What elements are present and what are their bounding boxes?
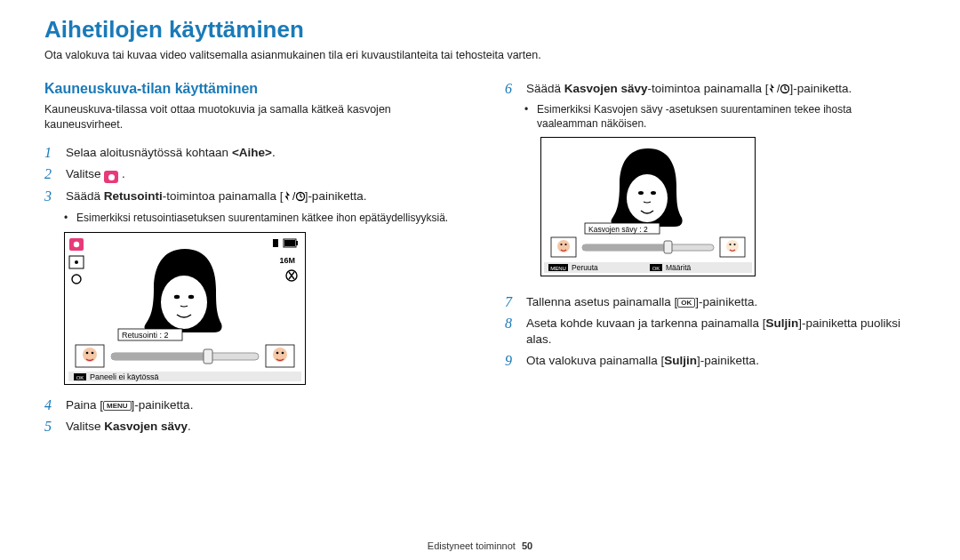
step-number: 9 [505,353,517,369]
svg-point-14 [174,295,180,299]
flash-timer-icon: / [284,190,305,203]
text: Aseta kohde kuvaan ja tarkenna painamall… [526,316,765,330]
bullet-text: Esimerkiksi Kasvojen sävy -asetuksen suu… [537,102,916,131]
step-text: Valitse Kasvojen sävy. [66,419,455,435]
lcd-preview-facetone: Kasvojen sävy : 2 [540,137,756,276]
step-text: Ota valokuva painamalla [Suljin]-painike… [526,353,916,369]
svg-text:Retusointi : 2: Retusointi : 2 [122,331,169,340]
footer-page: 50 [522,540,532,551]
svg-point-15 [188,295,194,299]
svg-point-5 [75,260,78,264]
svg-point-6 [72,275,81,284]
step-text: Paina [MENU]-painiketta. [66,397,455,413]
text: ]-painiketta. [132,398,194,412]
bullet-dot: • [524,102,532,131]
bold-text: Suljin [664,354,697,367]
svg-text:/: / [292,190,296,203]
svg-point-42 [560,243,562,244]
lcd-preview-retouch: 16M Retusointi : 2 [64,232,306,385]
bold-text: <Aihe> [232,146,272,159]
text: ]-painiketta. [789,82,852,95]
two-column-layout: Kauneuskuva-tilan käyttäminen Kauneuskuv… [44,81,916,440]
step-3-bullet: • Esimerkiksi retusointiasetuksen suuren… [44,211,455,225]
svg-text:Paneeli ei käytössä: Paneeli ei käytössä [90,372,159,381]
text: . [122,167,125,180]
bold-text: Suljin [765,316,798,330]
steps-left: 1 Selaa aloitusnäytössä kohtaan <Aihe>. … [44,145,455,436]
bold-text: Kasvojen sävy [564,82,648,95]
bullet-dot: • [64,211,71,225]
text: Selaa aloitusnäytössä kohtaan [66,146,232,159]
step-text: Aseta kohde kuvaan ja tarkenna painamall… [526,316,916,348]
step-text: Säädä Retusointi-toimintoa painamalla [/… [66,188,455,204]
step-8: 8 Aseta kohde kuvaan ja tarkenna painama… [505,316,916,348]
intro-text: Ota valokuva tai kuvaa video valitsemall… [44,49,916,61]
svg-point-3 [74,242,79,247]
svg-text:16M: 16M [279,256,295,265]
steps-right: 6 Säädä Kasvojen sävy-toimintoa painamal… [505,81,916,369]
step-number: 4 [44,397,57,413]
right-column: 6 Säädä Kasvojen sävy-toimintoa painamal… [505,81,916,440]
step-7: 7 Tallenna asetus painamalla [OK]-painik… [505,294,916,310]
step-5: 5 Valitse Kasvojen sävy. [44,419,455,435]
step-number: 3 [44,188,57,204]
text: Säädä [526,82,564,95]
svg-rect-50 [664,241,672,253]
step-number: 1 [44,145,57,161]
svg-point-19 [83,348,97,362]
step-1: 1 Selaa aloitusnäytössä kohtaan <Aihe>. [44,145,455,161]
step-6-bullet: • Esimerkiksi Kasvojen sävy -asetuksen s… [505,102,916,131]
step-9: 9 Ota valokuva painamalla [Suljin]-paini… [505,353,916,369]
text: -toimintoa painamalla [ [163,189,284,203]
text: Valitse [66,167,104,180]
section-subheading: Kauneuskuva-tilan käyttäminen [44,81,455,97]
svg-point-13 [161,276,207,329]
svg-rect-49 [582,244,669,251]
flash-timer-icon: / [768,83,789,95]
page-title: Aihetilojen käyttäminen [44,16,916,44]
step-number: 6 [505,81,517,97]
text: Ota valokuva painamalla [ [526,354,664,367]
svg-text:Kasvojen sävy : 2: Kasvojen sävy : 2 [588,224,648,233]
bold-text: Kasvojen sävy [104,420,188,433]
step-4: 4 Paina [MENU]-painiketta. [44,397,455,413]
text: ]-painiketta. [695,295,757,308]
text: Säädä [66,189,104,203]
svg-rect-27 [111,353,209,360]
svg-rect-7 [273,239,278,247]
step-text: Selaa aloitusnäytössä kohtaan <Aihe>. [66,145,455,161]
page-root: Aihetilojen käyttäminen Ota valokuva tai… [0,0,960,560]
bullet-text: Esimerkiksi retusointiasetuksen suurenta… [76,211,448,225]
text: Valitse [66,420,104,433]
step-text: Tallenna asetus painamalla [OK]-painiket… [526,294,916,310]
text: ]-painiketta. [305,189,367,203]
svg-text:MENU: MENU [550,265,566,270]
svg-point-23 [273,348,287,362]
beauty-mode-icon [104,171,118,183]
svg-text:/: / [777,83,780,95]
step-3: 3 Säädä Retusointi-toimintoa painamalla … [44,188,455,204]
svg-point-35 [627,174,668,222]
svg-text:OK: OK [76,374,84,380]
svg-rect-10 [296,241,298,245]
left-column: Kauneuskuva-tilan käyttäminen Kauneuskuv… [44,81,455,440]
step-number: 7 [505,294,517,310]
svg-point-47 [733,243,735,244]
svg-point-43 [564,243,566,244]
text: Tallenna asetus painamalla [ [526,295,677,308]
svg-point-24 [276,352,279,355]
step-text: Säädä Kasvojen sävy-toimintoa painamalla… [526,81,916,97]
step-number: 5 [44,419,57,435]
text: Paina [ [66,398,103,412]
page-footer: Edistyneet toiminnot 50 [0,540,960,551]
svg-text:Määritä: Määritä [666,263,692,272]
svg-text:Peruuta: Peruuta [572,263,598,272]
ok-key-icon: OK [677,298,695,308]
step-text: Valitse . [66,166,455,184]
svg-text:OK: OK [652,265,660,270]
svg-rect-28 [204,349,212,364]
section-paragraph: Kauneuskuva-tilassa voit ottaa muotokuvi… [44,102,455,132]
bold-text: Retusointi [104,189,163,203]
step-number: 2 [44,166,57,182]
step-2: 2 Valitse . [44,166,455,184]
